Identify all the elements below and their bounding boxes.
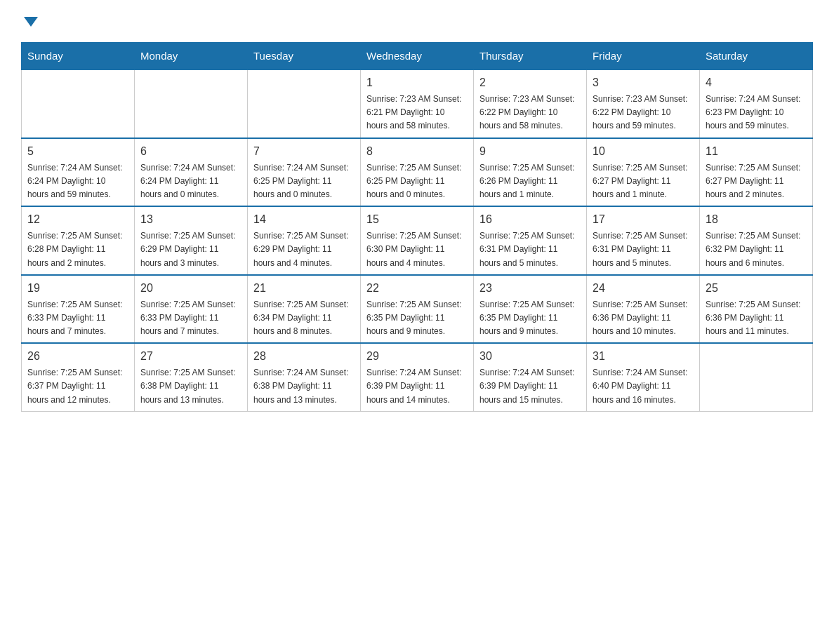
calendar-cell: 25Sunrise: 7:25 AM Sunset: 6:36 PM Dayli…	[700, 275, 813, 344]
day-number: 16	[479, 211, 581, 228]
day-info: Sunrise: 7:25 AM Sunset: 6:31 PM Dayligh…	[479, 229, 581, 270]
calendar-cell: 29Sunrise: 7:24 AM Sunset: 6:39 PM Dayli…	[361, 343, 474, 411]
calendar-cell: 15Sunrise: 7:25 AM Sunset: 6:30 PM Dayli…	[361, 206, 474, 275]
calendar-cell: 2Sunrise: 7:23 AM Sunset: 6:22 PM Daylig…	[474, 69, 587, 138]
day-number: 5	[27, 143, 128, 160]
calendar-cell: 28Sunrise: 7:24 AM Sunset: 6:38 PM Dayli…	[248, 343, 361, 411]
weekday-header-friday: Friday	[587, 43, 700, 70]
calendar-cell: 19Sunrise: 7:25 AM Sunset: 6:33 PM Dayli…	[22, 275, 135, 344]
day-number: 10	[593, 143, 694, 160]
day-info: Sunrise: 7:25 AM Sunset: 6:38 PM Dayligh…	[140, 366, 241, 407]
day-info: Sunrise: 7:25 AM Sunset: 6:36 PM Dayligh…	[593, 298, 694, 339]
weekday-header-wednesday: Wednesday	[361, 43, 474, 70]
calendar-cell: 12Sunrise: 7:25 AM Sunset: 6:28 PM Dayli…	[22, 206, 135, 275]
calendar-cell: 7Sunrise: 7:24 AM Sunset: 6:25 PM Daylig…	[248, 138, 361, 207]
day-number: 21	[253, 280, 355, 297]
day-number: 23	[479, 280, 581, 297]
day-number: 14	[253, 211, 355, 228]
calendar-cell: 13Sunrise: 7:25 AM Sunset: 6:29 PM Dayli…	[135, 206, 248, 275]
day-info: Sunrise: 7:24 AM Sunset: 6:40 PM Dayligh…	[593, 366, 694, 407]
day-number: 12	[27, 211, 128, 228]
day-info: Sunrise: 7:24 AM Sunset: 6:23 PM Dayligh…	[706, 93, 807, 133]
day-info: Sunrise: 7:25 AM Sunset: 6:27 PM Dayligh…	[706, 161, 807, 202]
calendar-cell: 22Sunrise: 7:25 AM Sunset: 6:35 PM Dayli…	[361, 275, 474, 344]
day-info: Sunrise: 7:25 AM Sunset: 6:34 PM Dayligh…	[253, 298, 355, 339]
day-info: Sunrise: 7:25 AM Sunset: 6:37 PM Dayligh…	[27, 366, 128, 407]
day-info: Sunrise: 7:25 AM Sunset: 6:35 PM Dayligh…	[366, 298, 468, 339]
calendar-cell: 21Sunrise: 7:25 AM Sunset: 6:34 PM Dayli…	[248, 275, 361, 344]
calendar-cell	[135, 69, 248, 138]
day-info: Sunrise: 7:25 AM Sunset: 6:32 PM Dayligh…	[706, 229, 807, 270]
day-info: Sunrise: 7:25 AM Sunset: 6:33 PM Dayligh…	[27, 298, 128, 339]
calendar-cell: 8Sunrise: 7:25 AM Sunset: 6:25 PM Daylig…	[361, 138, 474, 207]
day-info: Sunrise: 7:25 AM Sunset: 6:29 PM Dayligh…	[140, 229, 241, 270]
day-number: 20	[140, 280, 241, 297]
calendar-header-row: SundayMondayTuesdayWednesdayThursdayFrid…	[22, 43, 813, 70]
day-info: Sunrise: 7:24 AM Sunset: 6:25 PM Dayligh…	[253, 161, 355, 202]
calendar-cell: 14Sunrise: 7:25 AM Sunset: 6:29 PM Dayli…	[248, 206, 361, 275]
day-number: 17	[593, 211, 694, 228]
day-info: Sunrise: 7:24 AM Sunset: 6:39 PM Dayligh…	[479, 366, 581, 407]
day-number: 1	[366, 74, 468, 91]
calendar-cell: 9Sunrise: 7:25 AM Sunset: 6:26 PM Daylig…	[474, 138, 587, 207]
day-info: Sunrise: 7:23 AM Sunset: 6:22 PM Dayligh…	[593, 93, 694, 133]
calendar-cell	[22, 69, 135, 138]
day-number: 4	[706, 74, 807, 91]
calendar-cell: 16Sunrise: 7:25 AM Sunset: 6:31 PM Dayli…	[474, 206, 587, 275]
weekday-header-tuesday: Tuesday	[248, 43, 361, 70]
calendar-cell: 17Sunrise: 7:25 AM Sunset: 6:31 PM Dayli…	[587, 206, 700, 275]
day-info: Sunrise: 7:25 AM Sunset: 6:30 PM Dayligh…	[366, 229, 468, 270]
day-number: 27	[140, 348, 241, 365]
calendar-cell: 3Sunrise: 7:23 AM Sunset: 6:22 PM Daylig…	[587, 69, 700, 138]
day-number: 8	[366, 143, 468, 160]
calendar-cell	[248, 69, 361, 138]
day-number: 29	[366, 348, 468, 365]
day-number: 3	[593, 74, 694, 91]
day-number: 25	[706, 280, 807, 297]
calendar-week-5: 26Sunrise: 7:25 AM Sunset: 6:37 PM Dayli…	[22, 343, 813, 411]
weekday-header-monday: Monday	[135, 43, 248, 70]
day-info: Sunrise: 7:25 AM Sunset: 6:27 PM Dayligh…	[593, 161, 694, 202]
day-number: 11	[706, 143, 807, 160]
calendar-cell: 24Sunrise: 7:25 AM Sunset: 6:36 PM Dayli…	[587, 275, 700, 344]
calendar-week-2: 5Sunrise: 7:24 AM Sunset: 6:24 PM Daylig…	[22, 138, 813, 207]
day-info: Sunrise: 7:24 AM Sunset: 6:38 PM Dayligh…	[253, 366, 355, 407]
calendar-cell: 31Sunrise: 7:24 AM Sunset: 6:40 PM Dayli…	[587, 343, 700, 411]
calendar-week-4: 19Sunrise: 7:25 AM Sunset: 6:33 PM Dayli…	[22, 275, 813, 344]
calendar-cell	[700, 343, 813, 411]
calendar-cell: 11Sunrise: 7:25 AM Sunset: 6:27 PM Dayli…	[700, 138, 813, 207]
day-info: Sunrise: 7:23 AM Sunset: 6:22 PM Dayligh…	[479, 93, 581, 133]
day-info: Sunrise: 7:25 AM Sunset: 6:35 PM Dayligh…	[479, 298, 581, 339]
day-number: 28	[253, 348, 355, 365]
day-info: Sunrise: 7:24 AM Sunset: 6:24 PM Dayligh…	[27, 161, 128, 202]
calendar-cell: 1Sunrise: 7:23 AM Sunset: 6:21 PM Daylig…	[361, 69, 474, 138]
day-number: 15	[366, 211, 468, 228]
day-number: 19	[27, 280, 128, 297]
day-number: 26	[27, 348, 128, 365]
day-number: 24	[593, 280, 694, 297]
weekday-header-sunday: Sunday	[22, 43, 135, 70]
calendar-week-3: 12Sunrise: 7:25 AM Sunset: 6:28 PM Dayli…	[22, 206, 813, 275]
day-info: Sunrise: 7:24 AM Sunset: 6:24 PM Dayligh…	[140, 161, 241, 202]
day-number: 31	[593, 348, 694, 365]
weekday-header-saturday: Saturday	[700, 43, 813, 70]
day-info: Sunrise: 7:25 AM Sunset: 6:31 PM Dayligh…	[593, 229, 694, 270]
day-number: 6	[140, 143, 241, 160]
day-info: Sunrise: 7:24 AM Sunset: 6:39 PM Dayligh…	[366, 366, 468, 407]
weekday-header-thursday: Thursday	[474, 43, 587, 70]
calendar-cell: 10Sunrise: 7:25 AM Sunset: 6:27 PM Dayli…	[587, 138, 700, 207]
calendar-cell: 23Sunrise: 7:25 AM Sunset: 6:35 PM Dayli…	[474, 275, 587, 344]
logo-arrow-icon	[24, 17, 38, 27]
logo	[21, 14, 38, 28]
day-number: 18	[706, 211, 807, 228]
day-info: Sunrise: 7:25 AM Sunset: 6:36 PM Dayligh…	[706, 298, 807, 339]
day-number: 2	[479, 74, 581, 91]
calendar-week-1: 1Sunrise: 7:23 AM Sunset: 6:21 PM Daylig…	[22, 69, 813, 138]
day-number: 30	[479, 348, 581, 365]
day-number: 22	[366, 280, 468, 297]
calendar-cell: 20Sunrise: 7:25 AM Sunset: 6:33 PM Dayli…	[135, 275, 248, 344]
day-info: Sunrise: 7:25 AM Sunset: 6:33 PM Dayligh…	[140, 298, 241, 339]
day-info: Sunrise: 7:25 AM Sunset: 6:25 PM Dayligh…	[366, 161, 468, 202]
day-info: Sunrise: 7:25 AM Sunset: 6:26 PM Dayligh…	[479, 161, 581, 202]
day-number: 13	[140, 211, 241, 228]
